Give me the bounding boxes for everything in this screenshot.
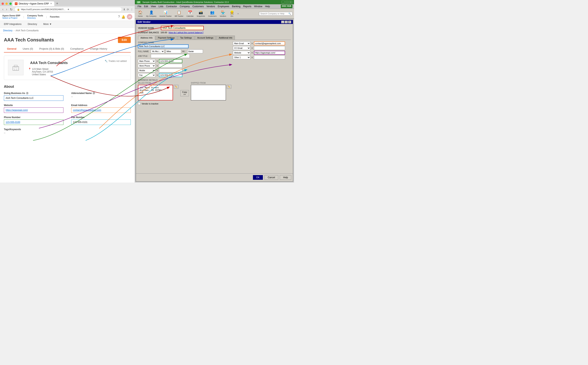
sync-icon[interactable]: ⟳ [127,8,129,11]
nav-favorites[interactable]: Favorites [50,15,60,18]
vendor-window-maximize[interactable]: □ [285,21,288,23]
user-avatar-btn[interactable]: JA [127,14,132,20]
help-button[interactable]: Help [280,175,291,180]
tab-general[interactable]: General [4,45,20,53]
website-type-select[interactable]: Website [233,51,250,55]
breadcrumb-parent-link[interactable]: Directory [3,29,13,32]
main-email-input[interactable] [254,42,285,45]
notification-btn[interactable]: 🔔 [121,15,125,19]
main-email-type[interactable]: Main Email [233,42,250,45]
mobile-input[interactable] [159,69,182,72]
balance-link[interactable]: How do I adjust the current balance? [169,31,203,34]
new-tab-button[interactable]: + [55,1,60,6]
phone-link[interactable]: 123-555-0100 [6,121,20,124]
website-input[interactable] [254,51,285,55]
billed-from-textarea[interactable]: 123 Main Street AnyTown, CA 19703 USA [138,85,173,100]
main-phone-type[interactable]: Main Phone [138,59,155,63]
menu-reports[interactable]: Reports [242,5,252,8]
vendor-tab-account[interactable]: Account Settings [195,35,216,40]
toolbar-more-btn[interactable]: » [237,12,239,16]
shipped-from-edit-btn[interactable]: ✏️ [227,85,231,89]
shipped-from-textarea[interactable] [191,85,226,100]
menu-lists[interactable]: Lists [157,5,165,8]
menu-view[interactable]: View [150,5,157,8]
tab-projects[interactable]: Projects (0) & Bids (0) [36,45,67,53]
job-title-input[interactable] [151,54,190,58]
other1-type[interactable]: Other 1 [233,56,250,59]
menu-help[interactable]: Help [264,5,271,8]
nav-company-tools[interactable]: Company Tools Directory [27,14,43,19]
topbar-directory[interactable]: Directory [26,22,39,26]
fax-type[interactable]: Fax [138,73,155,77]
close-dot[interactable] [1,2,4,5]
refresh-button[interactable]: ↻ [9,7,13,12]
toolbar-billtracker-btn[interactable]: 📋 Bill Tracker [174,9,185,18]
tab-compliance[interactable]: Compliance [67,45,87,53]
ok-button[interactable]: OK [253,175,263,180]
tab-close-btn[interactable]: ✕ [50,2,52,5]
forward-button[interactable]: › [5,7,8,12]
vendor-inactive-checkbox[interactable] [138,102,140,105]
billed-from-edit-btn[interactable]: ✏️ [174,85,178,89]
vendor-tab-tax[interactable]: Tax Settings [178,35,194,40]
menu-contractor[interactable]: Contractor [165,5,178,8]
cancel-button[interactable]: Cancel [264,175,278,180]
toolbar-vendors-btn[interactable]: 🏪 Vendors [218,9,227,18]
vendor-tab-payment[interactable]: Payment Settings [155,35,177,40]
vendor-window-close[interactable]: ✕ [288,21,291,23]
other1-input[interactable] [254,56,285,59]
browser-active-tab[interactable]: P Directory • Agave Demo ERP ✕ [13,1,54,6]
cc-email-input[interactable] [254,46,285,50]
tab-change-history[interactable]: Change History [87,45,111,53]
work-phone-type[interactable]: Work Phone [138,64,155,68]
salutation-select[interactable]: Mr./Ms./... [151,49,164,53]
edit-button[interactable]: Edit [118,37,131,43]
menu-banking[interactable]: Banking [231,5,241,8]
menu-file[interactable]: File [136,5,142,8]
toolbar-customers-btn[interactable]: 👥 Customers [207,9,218,18]
email-link[interactable]: contact@agaveapitest.com [73,109,101,112]
toolbar-snapshots-btn[interactable]: 📸 Snapshots [196,9,206,18]
maximize-dot[interactable] [9,2,12,5]
back-button[interactable]: ‹ [1,7,4,12]
help-icon-btn[interactable]: ? [118,15,120,19]
toolbar-incometracker-btn[interactable]: 📊 Income Tracker [158,9,173,18]
qb-close-btn[interactable]: ✕ [289,1,293,4]
menu-vendors[interactable]: Vendors [205,5,216,8]
website-link[interactable]: https://agaveapi.com/ [6,109,28,112]
menu-employees[interactable]: Employees [217,5,230,8]
mobile-type[interactable]: Mobile [138,69,155,72]
cc-email-type[interactable]: CC Email [233,46,250,50]
toolbar-employees-btn[interactable]: 👷 Em [228,9,236,18]
topbar-more[interactable]: More ▼ [42,22,53,26]
nav-company[interactable]: Agave Demo ERP Select a Project [2,14,20,19]
qb-minimize-btn[interactable]: _ [281,1,285,4]
menu-window[interactable]: Window [253,5,264,8]
menu-company[interactable]: Company [179,5,191,8]
menu-customers[interactable]: Customers [191,5,205,8]
download-icon[interactable]: ⬇ [123,8,125,11]
qb-maximize-btn[interactable]: □ [286,1,288,4]
vendor-tab-additional[interactable]: Additional Info [216,35,235,40]
menu-edit[interactable]: Edit [143,5,149,8]
vendor-name-input[interactable] [161,26,204,30]
first-name-input[interactable] [166,49,181,53]
qb-search-input[interactable] [260,13,287,15]
minimize-dot[interactable] [6,2,8,5]
fax-input[interactable] [159,73,182,77]
company-name-input[interactable] [138,44,189,48]
qb-search-box[interactable]: 🔍 [259,12,293,15]
last-name-input[interactable] [187,49,203,53]
toolbar-calendar-btn[interactable]: 📅 Calendar [185,9,195,18]
topbar-erp[interactable]: ERP Integrations [2,22,23,26]
vendor-window-minimize[interactable]: _ [281,21,284,23]
toolbar-home-btn[interactable]: 🏠 Home [136,9,144,18]
main-phone-input[interactable] [159,59,182,63]
copy-address-btn[interactable]: Copy >> [180,90,189,96]
tab-users[interactable]: Users (0) [20,45,36,53]
url-bar[interactable]: 🔒 https://us02.procore.com/5981343255246… [14,7,122,12]
disc-hub-btn[interactable]: DISC HUB [281,5,293,8]
menu-icon[interactable]: ⋮ [131,8,133,11]
vendor-tab-address[interactable]: Address Info [138,35,155,40]
toolbar-mycompany-btn[interactable]: 👤 My Company [145,9,158,18]
